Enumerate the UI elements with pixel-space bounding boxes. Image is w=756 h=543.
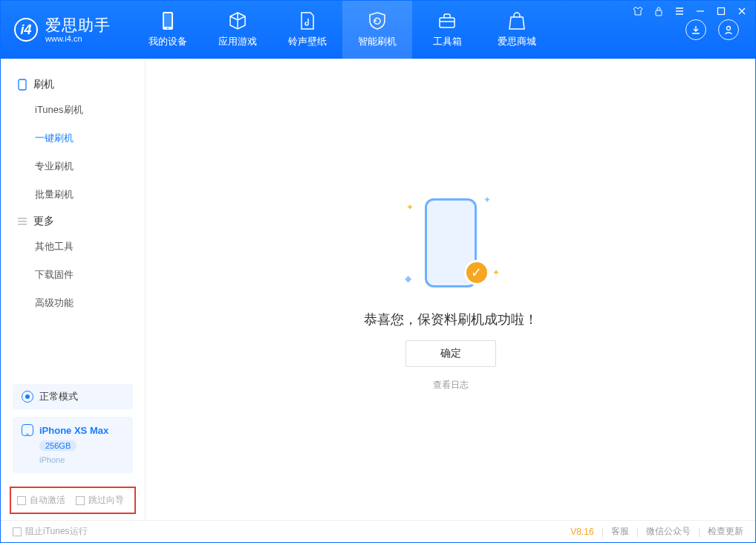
device-panel: 正常模式 iPhone XS Max 256GB iPhone [1,377,145,482]
device-capacity: 256GB [39,440,76,451]
toolbox-icon [437,11,457,30]
nav-label: 我的设备 [149,35,187,48]
maximize-button[interactable] [715,5,727,17]
nav-label: 铃声壁纸 [288,35,327,48]
nav-label: 应用游戏 [218,35,257,48]
checkbox-label: 跳过向导 [88,494,124,507]
nav-apps-games[interactable]: 应用游戏 [203,1,273,59]
group-head-flash: 刷机 [17,78,128,91]
mode-dot-icon [22,391,33,403]
svg-rect-3 [164,13,172,27]
ok-button[interactable]: 确定 [405,340,496,367]
checkbox-label: 阻止iTunes运行 [25,525,88,538]
main-panel: ✦ ✦ ◆ ✦ ✓ 恭喜您，保资料刷机成功啦！ 确定 查看日志 [146,59,755,520]
sidebar-group-more: 更多 其他工具 下载固件 高级功能 [1,215,145,317]
success-illustration: ✦ ✦ ◆ ✦ ✓ [384,187,518,299]
lock-icon[interactable] [653,5,665,17]
group-title: 更多 [33,215,54,228]
nav-store[interactable]: 爱思商城 [482,1,552,59]
check-badge-icon: ✓ [464,260,489,285]
footer-link-wechat[interactable]: 微信公众号 [646,525,691,538]
nav-label: 爱思商城 [498,35,536,48]
logo-icon: i4 [14,18,38,42]
sidebar: 刷机 iTunes刷机 一键刷机 专业刷机 批量刷机 更多 其他工具 下载固件 … [1,59,146,520]
tshirt-icon[interactable] [632,5,644,17]
download-button[interactable] [685,19,706,40]
sidebar-item-advanced[interactable]: 高级功能 [17,289,128,317]
sidebar-item-other-tools[interactable]: 其他工具 [17,233,128,261]
sparkle-icon: ✦ [483,195,491,205]
svg-rect-1 [718,8,725,15]
group-head-more: 更多 [17,215,128,228]
app-title: 爱思助手 [45,16,111,33]
checkbox-skip-guide[interactable]: 跳过向导 [76,494,124,507]
device-card[interactable]: iPhone XS Max 256GB iPhone [13,417,133,473]
nav-toolbox[interactable]: 工具箱 [412,1,482,59]
view-log-link[interactable]: 查看日志 [433,379,469,391]
sparkle-icon: ◆ [405,273,411,284]
titlebar [632,5,748,17]
refresh-shield-icon [368,11,387,30]
app-logo: i4 爱思助手 www.i4.cn [14,16,111,42]
footer-link-check-update[interactable]: 检查更新 [708,525,743,538]
device-phone-icon [22,424,33,436]
app-site: www.i4.cn [45,34,111,43]
user-button[interactable] [718,19,739,40]
nav-label: 工具箱 [433,35,462,48]
nav-my-device[interactable]: 我的设备 [133,1,203,59]
music-file-icon [298,11,317,30]
footer: 阻止iTunes运行 V8.16 | 客服 | 微信公众号 | 检查更新 [1,520,755,542]
nav-smart-flash[interactable]: 智能刷机 [342,1,412,59]
options-row-highlighted: 自动激活 跳过向导 [10,487,136,514]
mode-chip[interactable]: 正常模式 [13,384,133,409]
svg-point-4 [167,27,169,29]
checkbox-icon [17,496,26,505]
version-label: V8.16 [570,527,593,537]
sidebar-item-oneclick-flash[interactable]: 一键刷机 [17,124,128,152]
phone-small-icon [17,79,27,90]
sparkle-icon: ✦ [406,202,414,212]
checkbox-auto-activate[interactable]: 自动激活 [17,494,65,507]
phone-icon [158,11,177,30]
sparkle-icon: ✦ [492,267,500,278]
svg-rect-5 [440,18,454,27]
checkbox-icon [76,496,85,505]
footer-link-support[interactable]: 客服 [611,525,629,538]
device-name: iPhone XS Max [39,425,108,436]
sidebar-item-download-firmware[interactable]: 下载固件 [17,261,128,289]
minimize-button[interactable] [694,5,706,17]
sidebar-group-flash: 刷机 iTunes刷机 一键刷机 专业刷机 批量刷机 [1,78,145,209]
sidebar-item-batch-flash[interactable]: 批量刷机 [17,181,128,209]
header-right [685,19,746,40]
svg-point-6 [727,27,731,30]
svg-rect-0 [656,10,662,16]
checkbox-icon [13,527,22,536]
bag-icon [507,11,527,30]
top-nav: 我的设备 应用游戏 铃声壁纸 智能刷机 工具箱 爱思商城 [133,1,552,59]
list-icon [17,216,27,227]
device-type: iPhone [39,455,65,464]
nav-ringtones-wallpapers[interactable]: 铃声壁纸 [273,1,342,59]
mode-label: 正常模式 [39,390,78,403]
body: 刷机 iTunes刷机 一键刷机 专业刷机 批量刷机 更多 其他工具 下载固件 … [1,59,755,520]
cube-icon [228,11,247,30]
checkbox-block-itunes[interactable]: 阻止iTunes运行 [13,525,88,538]
sidebar-item-itunes-flash[interactable]: iTunes刷机 [17,96,128,124]
app-window: i4 爱思助手 www.i4.cn 我的设备 应用游戏 铃声壁纸 智能刷机 [0,0,756,543]
sidebar-item-pro-flash[interactable]: 专业刷机 [17,152,128,181]
nav-label: 智能刷机 [358,35,397,48]
close-button[interactable] [736,5,748,17]
success-message: 恭喜您，保资料刷机成功啦！ [364,310,538,328]
group-title: 刷机 [33,78,54,91]
svg-rect-7 [19,79,26,90]
checkbox-label: 自动激活 [30,494,65,507]
menu-icon[interactable] [674,5,685,17]
